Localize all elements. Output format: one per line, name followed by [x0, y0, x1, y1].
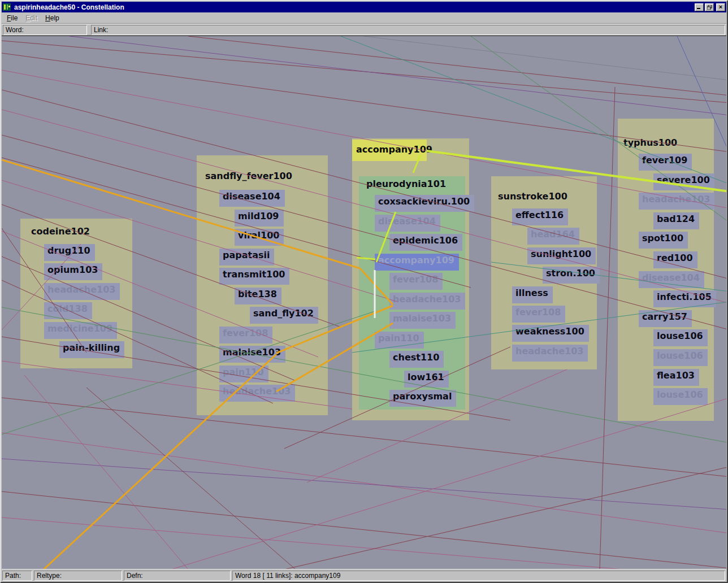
node-head164[interactable]: head164: [527, 228, 579, 245]
node-bite138[interactable]: bite138: [235, 288, 281, 304]
node-pain110[interactable]: pain110: [219, 366, 268, 382]
node-pain110[interactable]: pain110: [375, 332, 424, 349]
window-title: aspirinheadache50 - Constellation: [14, 3, 695, 11]
status-panel-3: Word 18 [ 11 links]: accompany109: [232, 571, 725, 581]
app-window: aspirinheadache50 - Constellation × File…: [0, 0, 728, 583]
cluster-typhus100: typhus100fever109severe100headache103bad…: [618, 119, 714, 421]
node-disease104[interactable]: disease104: [375, 215, 440, 232]
node-transmit100[interactable]: transmit100: [219, 268, 289, 285]
node-stron.100[interactable]: stron.100: [543, 267, 600, 284]
cluster-pleurodynia101: accompany109pleurodynia101coxsackieviru.…: [352, 138, 469, 420]
status-panel-2: Defn:: [124, 571, 231, 581]
link-field[interactable]: Link:: [91, 25, 725, 35]
node-disease104[interactable]: disease104: [639, 271, 704, 288]
toolbar: Word: Link:: [2, 24, 726, 36]
node-paroxysmal[interactable]: paroxysmal: [389, 390, 456, 407]
node-coxsackieviru.100[interactable]: coxsackieviru.100: [375, 195, 474, 212]
restore-button[interactable]: [705, 3, 714, 11]
node-headache103[interactable]: headache103: [512, 345, 588, 362]
node-fever108[interactable]: fever108: [219, 327, 272, 343]
menu-help[interactable]: Help: [41, 13, 63, 23]
node-sunlight100[interactable]: sunlight100: [527, 247, 596, 264]
node-drug110[interactable]: drug110: [44, 244, 95, 261]
app-icon: [3, 3, 12, 11]
node-papatasii[interactable]: papatasii: [219, 249, 274, 266]
node-epidemic106[interactable]: epidemic106: [389, 234, 462, 251]
node-louse106[interactable]: louse106: [653, 388, 708, 405]
node-viral100[interactable]: viral100: [235, 229, 284, 246]
node-chest110[interactable]: chest110: [389, 351, 444, 368]
node-red100[interactable]: red100: [653, 251, 697, 268]
node-mild109[interactable]: mild109: [235, 210, 284, 227]
node-louse106[interactable]: louse106: [653, 329, 708, 346]
cluster-codeine102: codeine102drug110opium103headache103cold…: [20, 219, 132, 368]
menu-bar: FileEditHelp: [2, 12, 726, 24]
node-headache103[interactable]: headache103: [219, 385, 295, 402]
word-field[interactable]: Word:: [3, 25, 87, 35]
cluster-title-sandfly_fever100[interactable]: sandfly_fever100: [205, 171, 292, 181]
node-accompany109[interactable]: accompany109: [375, 254, 459, 271]
node-weakness100[interactable]: weakness100: [512, 325, 589, 342]
node-fever108[interactable]: fever108: [512, 306, 565, 323]
status-bar: Path:Reltype:Defn:Word 18 [ 11 links]: a…: [2, 569, 726, 581]
cluster-title-pleurodynia101[interactable]: pleurodynia101: [366, 179, 446, 189]
link-field-label: Link:: [94, 26, 108, 34]
cluster-sandfly_fever100: sandfly_fever100disease104mild109viral10…: [197, 155, 328, 415]
node-disease104[interactable]: disease104: [219, 190, 285, 207]
graph-canvas[interactable]: codeine102drug110opium103headache103cold…: [2, 36, 726, 569]
node-medicine109[interactable]: medicine109: [44, 322, 117, 339]
node-spot100[interactable]: spot100: [639, 232, 688, 249]
node-carry157[interactable]: carry157: [639, 310, 692, 327]
node-fever109[interactable]: fever109: [639, 154, 692, 171]
cluster-title-typhus100[interactable]: typhus100: [623, 137, 677, 148]
node-malaise103[interactable]: malaise103: [219, 346, 285, 363]
node-opium103[interactable]: opium103: [44, 263, 102, 280]
minimize-button[interactable]: [695, 3, 704, 11]
node-illness[interactable]: illness: [512, 286, 553, 303]
close-button[interactable]: ×: [716, 3, 725, 11]
menu-edit: Edit: [21, 13, 41, 23]
node-louse106[interactable]: louse106: [653, 349, 708, 366]
title-bar[interactable]: aspirinheadache50 - Constellation ×: [2, 2, 726, 12]
highlight-node-accompany109[interactable]: accompany109: [352, 140, 427, 161]
cluster-title-sunstroke100[interactable]: sunstroke100: [498, 191, 567, 202]
node-pain-killing[interactable]: pain-killing: [59, 341, 124, 358]
menu-file[interactable]: File: [3, 13, 21, 23]
node-sand_fly102[interactable]: sand_fly102: [250, 307, 318, 324]
node-low161[interactable]: low161: [404, 371, 449, 388]
node-severe100[interactable]: severe100: [653, 173, 714, 190]
word-field-label: Word:: [6, 26, 24, 34]
status-panel-0: Path:: [2, 571, 32, 581]
cluster-sunstroke100: sunstroke100effect116head164sunlight100s…: [491, 176, 597, 369]
node-cold138[interactable]: cold138: [44, 302, 92, 319]
node-effect116[interactable]: effect116: [512, 208, 568, 225]
window-controls: ×: [695, 3, 725, 11]
node-bad124[interactable]: bad124: [653, 212, 699, 229]
node-malaise103[interactable]: malaise103: [389, 312, 456, 329]
cluster-title-codeine102[interactable]: codeine102: [31, 226, 90, 237]
node-flea103[interactable]: flea103: [653, 369, 699, 386]
node-fever108[interactable]: fever108: [389, 273, 443, 290]
node-headache103[interactable]: headache103: [389, 293, 465, 310]
node-infecti.105[interactable]: infecti.105: [653, 290, 716, 307]
node-headache103[interactable]: headache103: [639, 193, 714, 210]
node-headache103[interactable]: headache103: [44, 283, 120, 300]
status-panel-1: Reltype:: [34, 571, 122, 581]
